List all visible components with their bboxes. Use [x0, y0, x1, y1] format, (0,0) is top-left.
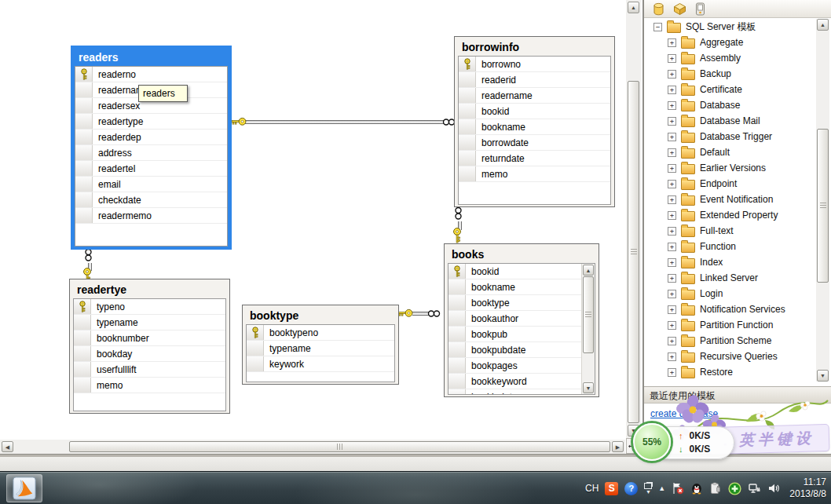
table-title[interactable]: readertye	[73, 281, 226, 298]
tree-item[interactable]: Endpoint	[644, 176, 815, 192]
expand-icon[interactable]	[668, 258, 676, 267]
row-selector[interactable]	[459, 57, 476, 71]
tree-item[interactable]: Extended Property	[644, 207, 815, 223]
row-selector[interactable]	[247, 356, 264, 371]
table-title[interactable]: books	[448, 246, 595, 263]
sql-mobile-templates-icon[interactable]	[695, 2, 705, 16]
volume-icon[interactable]	[767, 482, 780, 495]
field-row[interactable]: bookname	[459, 119, 610, 135]
field-row[interactable]: address	[75, 145, 227, 161]
row-selector[interactable]	[448, 311, 466, 326]
tree-item[interactable]: Database	[644, 97, 815, 113]
table-scrollbar[interactable]	[581, 264, 595, 394]
tree-item[interactable]: Notification Services	[644, 301, 815, 317]
tree-item[interactable]: Assembly	[644, 50, 815, 66]
tree-item[interactable]: Partition Scheme	[644, 333, 815, 349]
expand-icon[interactable]	[668, 274, 676, 283]
tree-item[interactable]: Event Notification	[644, 192, 815, 207]
field-row[interactable]: bookid	[448, 264, 582, 279]
field-row[interactable]: returndate	[459, 151, 610, 166]
scroll-up-button[interactable]	[628, 2, 639, 13]
network-icon[interactable]	[748, 482, 761, 495]
field-row[interactable]: userfulllift	[74, 362, 225, 378]
expand-icon[interactable]	[668, 38, 676, 47]
tree-item[interactable]: Database Mail	[644, 113, 815, 129]
row-selector[interactable]	[448, 295, 466, 310]
table-node-borrowinfo[interactable]: borrowinfo borrowno readerid	[454, 36, 615, 207]
scrollbar-thumb[interactable]	[628, 81, 639, 423]
action-center-flag-icon[interactable]	[672, 482, 684, 495]
language-bar-options-icon[interactable]: ▼	[644, 483, 652, 494]
field-row[interactable]: email	[75, 177, 227, 192]
row-selector[interactable]	[75, 67, 93, 82]
expand-icon[interactable]	[668, 101, 676, 110]
expand-icon[interactable]	[668, 352, 676, 361]
field-row[interactable]: memo	[74, 378, 225, 393]
table-node-books[interactable]: books bookid bookname	[444, 243, 599, 397]
expand-icon[interactable]	[668, 180, 676, 188]
expand-icon[interactable]	[668, 305, 676, 314]
tree-item[interactable]: Aggregate	[644, 35, 815, 50]
field-row[interactable]: readerdep	[75, 130, 227, 145]
field-row[interactable]: readername	[459, 88, 610, 104]
sql-server-templates-icon[interactable]	[653, 2, 664, 16]
expand-icon[interactable]	[668, 133, 676, 141]
table-node-readers[interactable]: readers readerno readername r	[71, 46, 232, 250]
field-row[interactable]: bookkeyword	[448, 374, 582, 389]
row-selector[interactable]	[459, 151, 476, 166]
scrollbar-thumb[interactable]	[583, 276, 594, 353]
row-selector[interactable]	[448, 264, 466, 279]
field-row[interactable]: bookday	[74, 346, 225, 362]
expand-icon[interactable]	[668, 195, 676, 204]
analysis-services-templates-icon[interactable]	[673, 2, 686, 16]
row-selector[interactable]	[448, 342, 466, 357]
tree-item[interactable]: Certificate	[644, 82, 815, 97]
row-selector[interactable]	[74, 362, 91, 377]
row-selector[interactable]	[75, 82, 93, 97]
diagram-horizontal-scrollbar[interactable]	[0, 440, 625, 454]
field-row[interactable]: bookindate	[448, 389, 582, 395]
row-selector[interactable]	[75, 130, 93, 144]
field-row[interactable]: checkdate	[75, 192, 227, 208]
row-selector[interactable]	[75, 192, 93, 207]
field-row[interactable]: readertype	[75, 114, 227, 130]
row-selector[interactable]	[459, 119, 476, 134]
row-selector[interactable]	[448, 327, 466, 341]
network-speed-widget[interactable]: ↑ 0K/S ↓ 0K/S 55%	[633, 422, 735, 462]
tree-item[interactable]: Default	[644, 144, 815, 160]
relationship-line-readers-borrowinfo[interactable]	[245, 120, 444, 124]
row-selector[interactable]	[448, 279, 466, 294]
field-row[interactable]: typename	[247, 341, 394, 356]
expand-icon[interactable]	[668, 211, 676, 220]
expand-icon[interactable]	[668, 54, 676, 63]
tree-item[interactable]: Database Trigger	[644, 129, 815, 144]
tree-root-sql-server-templates[interactable]: SQL Server 模板	[644, 19, 815, 35]
tree-item[interactable]: Index	[644, 254, 815, 270]
field-row[interactable]: readertel	[75, 161, 227, 177]
tree-scrollbar[interactable]	[816, 19, 829, 382]
field-row[interactable]: readerno	[75, 67, 227, 82]
diagram-vertical-scrollbar[interactable]	[626, 0, 641, 438]
field-row[interactable]: borrowno	[459, 57, 610, 72]
field-row[interactable]: booknumber	[74, 331, 225, 346]
field-row[interactable]: borrowdate	[459, 135, 610, 151]
field-row[interactable]: bookpages	[448, 358, 582, 374]
table-title[interactable]: booktype	[246, 307, 395, 324]
row-selector[interactable]	[459, 88, 476, 103]
taskbar-clock[interactable]: 11:17 2013/8/8	[789, 477, 826, 500]
row-selector[interactable]	[75, 98, 93, 113]
row-selector[interactable]	[75, 145, 93, 160]
field-row[interactable]: bookauthor	[448, 311, 582, 327]
row-selector[interactable]	[75, 177, 93, 192]
language-indicator[interactable]: CH	[585, 483, 599, 494]
expand-icon[interactable]	[668, 321, 676, 330]
tree-item[interactable]: Linked Server	[644, 270, 815, 286]
table-title[interactable]: borrowinfo	[458, 38, 611, 56]
tree-item[interactable]: Full-text	[644, 223, 815, 239]
clipboard-plug-icon[interactable]	[709, 482, 722, 495]
row-selector[interactable]	[75, 161, 93, 176]
scroll-left-button[interactable]	[2, 441, 13, 452]
field-row[interactable]: booktypeno	[247, 325, 394, 341]
scroll-down-button[interactable]	[817, 370, 829, 382]
table-node-booktype[interactable]: booktype booktypeno typename	[242, 305, 399, 385]
